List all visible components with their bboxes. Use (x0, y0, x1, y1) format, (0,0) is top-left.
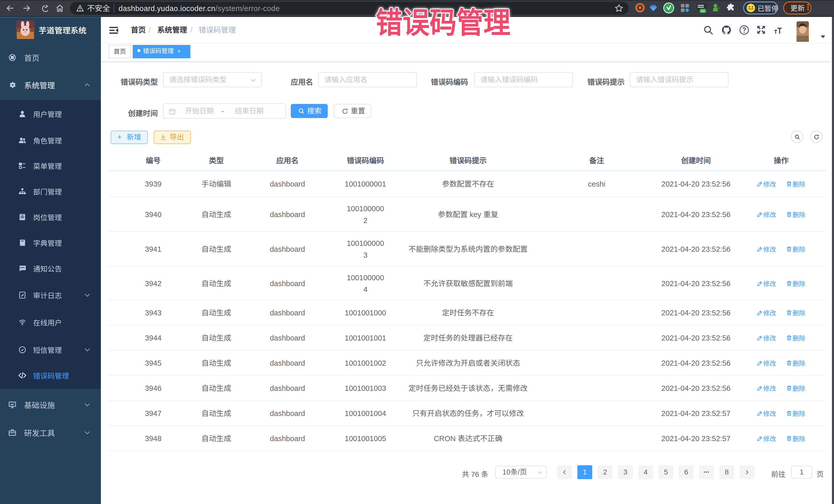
svg-text:on: on (701, 9, 705, 13)
